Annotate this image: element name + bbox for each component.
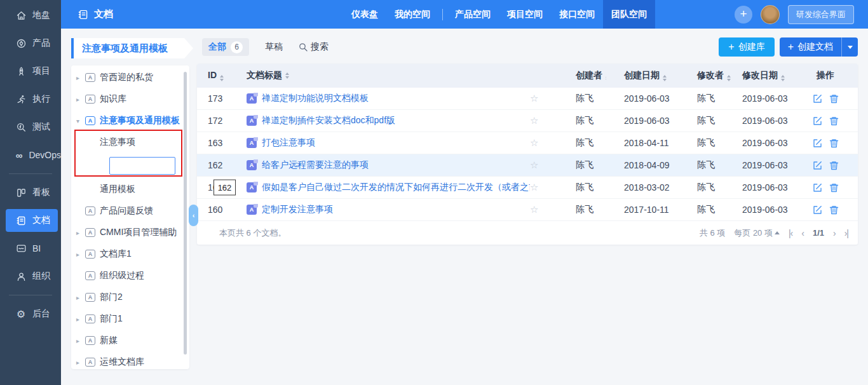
sort-icon[interactable]	[727, 75, 731, 81]
trash-icon[interactable]	[829, 182, 839, 193]
tab-all[interactable]: 全部 6	[202, 38, 249, 56]
edit-icon[interactable]	[812, 116, 823, 126]
table-row[interactable]: 173A禅道定制功能说明文档模板☆陈飞2019-06-03陈飞2019-06-0…	[197, 88, 858, 110]
nav-my-space[interactable]: 我的空间	[386, 0, 438, 29]
create-doc-main[interactable]: + 创建文档	[780, 37, 841, 57]
tree-item[interactable]: ▸A管西迎的私货	[71, 67, 189, 88]
table-row[interactable]: 172A禅道定制插件安装文档doc和pdf版☆陈飞2019-06-03陈飞201…	[197, 110, 858, 132]
chevron-right-icon[interactable]: ▸	[76, 96, 85, 103]
trash-icon[interactable]	[829, 205, 839, 215]
tree-item[interactable]: ▸A新媒	[71, 330, 189, 351]
ops-cell	[811, 205, 858, 215]
plus-icon[interactable]: +	[735, 6, 752, 24]
tree-item[interactable]: 注意事项	[71, 132, 189, 153]
first-page-button[interactable]: |‹	[789, 228, 792, 238]
nav-project-space[interactable]: 项目空间	[499, 0, 551, 29]
star-icon[interactable]: ☆	[530, 204, 538, 215]
chevron-right-icon[interactable]: ▸	[76, 229, 85, 236]
new-item-name-input[interactable]	[109, 157, 175, 175]
chevron-right-icon[interactable]: ▸	[76, 316, 85, 323]
last-page-button[interactable]: ›|	[844, 228, 848, 238]
col-editor[interactable]: 修改者	[680, 70, 740, 81]
trash-icon[interactable]	[829, 116, 839, 126]
doc-title-link[interactable]: 打包注意事项	[262, 137, 315, 149]
create-doc-dropdown[interactable]	[841, 37, 858, 57]
nav-product-space[interactable]: 产品空间	[447, 0, 499, 29]
edit-icon[interactable]	[812, 205, 823, 215]
col-id[interactable]: ID	[197, 70, 247, 81]
tree-item[interactable]: A组织级过程	[71, 265, 189, 287]
tree-item[interactable]: ▸A部门1	[71, 308, 189, 330]
sidebar-item-devops[interactable]: ∞ DevOps	[0, 141, 61, 169]
chevron-right-icon[interactable]: ▸	[76, 294, 85, 301]
tree-scrollbar[interactable]	[184, 72, 187, 355]
doc-title-link[interactable]: 禅道定制功能说明文档模板	[262, 93, 369, 104]
sidebar-item-home[interactable]: 地盘	[0, 1, 61, 29]
chevron-right-icon[interactable]: ▸	[76, 74, 85, 81]
create-library-button[interactable]: + 创建库	[719, 37, 774, 57]
library-breadcrumb[interactable]: 注意事项及通用模板	[71, 38, 193, 58]
chevron-right-icon[interactable]: ▸	[76, 359, 85, 366]
create-doc-button[interactable]: + 创建文档	[780, 37, 858, 57]
table-row[interactable]: 160A定制开发注意事项☆陈飞2017-10-11陈飞2019-06-03	[197, 199, 858, 221]
sidebar-item-doc[interactable]: 文档	[6, 209, 58, 232]
edit-icon[interactable]	[812, 138, 823, 149]
star-icon[interactable]: ☆	[530, 137, 538, 148]
col-creator[interactable]: 创建者	[550, 70, 606, 81]
trash-icon[interactable]	[829, 160, 839, 171]
table-row[interactable]: 162A给客户远程需要注意的事项☆陈飞2018-04-09陈飞2019-06-0…	[197, 154, 858, 177]
chevron-right-icon[interactable]: ▸	[76, 251, 85, 258]
table-row[interactable]: 163A打包注意事项☆陈飞2018-04-11陈飞2019-06-03	[197, 132, 858, 154]
chevron-down-icon[interactable]: ▾	[76, 118, 85, 125]
prev-page-button[interactable]: ‹	[801, 228, 804, 238]
tab-search[interactable]: 搜索	[299, 41, 329, 53]
col-created[interactable]: 创建日期	[606, 70, 680, 81]
workspace-button[interactable]: 研发综合界面	[788, 5, 854, 24]
tree-item[interactable]: ▸A知识库	[71, 88, 189, 110]
tree-item[interactable]: ▸A文档库1	[71, 243, 189, 265]
sidebar-item-admin[interactable]: ⚙ 后台	[0, 300, 61, 328]
tree-item[interactable]: ▸A运维文档库	[71, 351, 189, 369]
sidebar-item-product[interactable]: 产品	[0, 29, 61, 57]
sidebar-item-org[interactable]: 组织	[0, 262, 61, 290]
doc-title-link[interactable]: 给客户远程需要注意的事项	[262, 159, 369, 171]
table-row[interactable]: 161162A假如是客户自己做过二次开发的情况下如何再进行二次开发（或者之前给客…	[197, 177, 858, 199]
tab-draft[interactable]: 草稿	[265, 41, 283, 53]
sidebar-item-test[interactable]: 测试	[0, 113, 61, 141]
col-title[interactable]: 文档标题	[247, 70, 530, 81]
nav-dashboard[interactable]: 仪表盘	[343, 0, 386, 29]
sidebar-item-project[interactable]: 项目	[0, 57, 61, 85]
sort-icon[interactable]	[781, 75, 785, 81]
per-page-select[interactable]: 每页 20 项	[734, 227, 780, 239]
edit-icon[interactable]	[812, 93, 823, 104]
trash-icon[interactable]	[829, 138, 839, 149]
doc-title-link[interactable]: 定制开发注意事项	[262, 204, 333, 215]
star-icon[interactable]: ☆	[530, 159, 538, 170]
edit-icon[interactable]	[812, 160, 823, 171]
nav-api-space[interactable]: 接口空间	[551, 0, 603, 29]
doc-title-link[interactable]: 假如是客户自己做过二次开发的情况下如何再进行二次开发（或者之前给客户做	[262, 182, 530, 193]
avatar[interactable]	[761, 5, 780, 24]
sort-icon[interactable]	[285, 72, 289, 79]
trash-icon[interactable]	[829, 93, 839, 104]
sidebar-item-bi[interactable]: BI	[0, 234, 61, 262]
edit-icon[interactable]	[812, 182, 823, 193]
tree-item[interactable]: ▸A部门2	[71, 287, 189, 308]
panel-collapse-handle[interactable]: ‹	[189, 205, 198, 226]
tree-item[interactable]: 通用模板	[71, 179, 189, 200]
sidebar-item-execution[interactable]: 执行	[0, 85, 61, 113]
nav-team-space[interactable]: 团队空间	[603, 0, 655, 29]
tree-item[interactable]: A产品问题反馈	[71, 200, 189, 222]
star-icon[interactable]: ☆	[530, 115, 538, 126]
tree-item[interactable]: ▾A注意事项及通用模板	[71, 110, 189, 132]
col-edited[interactable]: 修改日期	[740, 70, 811, 81]
sort-icon[interactable]	[220, 75, 224, 81]
star-icon[interactable]: ☆	[530, 182, 538, 192]
star-icon[interactable]: ☆	[530, 93, 538, 104]
tree-item[interactable]: ▸ACMMI项目管理辅助	[71, 222, 189, 243]
sort-icon[interactable]	[663, 75, 667, 81]
chevron-right-icon[interactable]: ▸	[76, 337, 85, 344]
sidebar-item-kanban[interactable]: 看板	[0, 179, 61, 206]
next-page-button[interactable]: ›	[833, 228, 836, 238]
doc-title-link[interactable]: 禅道定制插件安装文档doc和pdf版	[262, 115, 395, 126]
